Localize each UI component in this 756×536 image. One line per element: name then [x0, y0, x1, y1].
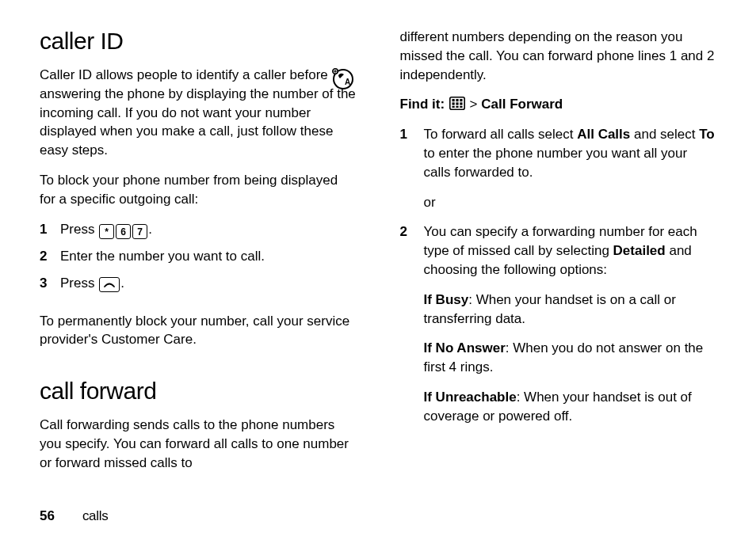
section-name: calls	[82, 508, 109, 524]
find-it-item: Call Forward	[481, 97, 563, 112]
call-forward-cont: different numbers depending on the reaso…	[400, 28, 717, 84]
svg-rect-14	[460, 106, 462, 108]
page-number: 56	[40, 508, 55, 524]
block-step-2: Enter the number you want to call.	[40, 247, 357, 266]
block-intro: To block your phone number from being di…	[40, 171, 357, 209]
svg-rect-12	[452, 106, 454, 108]
svg-rect-8	[460, 99, 462, 101]
block-step-1: Press *67.	[40, 220, 357, 240]
svg-rect-13	[456, 106, 458, 108]
key-6-icon: 6	[116, 224, 131, 239]
svg-rect-6	[452, 99, 454, 101]
right-column: different numbers depending on the reaso…	[400, 28, 717, 494]
svg-rect-9	[452, 103, 454, 105]
block-step-3: Press .	[40, 274, 357, 293]
if-busy-option: If Busy: When your handset is on a call …	[424, 291, 717, 329]
block-steps: Press *67. Enter the number you want to …	[40, 220, 357, 301]
forward-steps: To forward all calls select All Calls an…	[400, 125, 717, 436]
key-send-icon	[99, 277, 120, 292]
menu-grid-icon	[449, 97, 465, 110]
find-it-line: Find it: > Call Forward	[400, 95, 717, 114]
call-forward-intro: Call forwarding sends calls to the phone…	[40, 416, 357, 472]
forward-step-or: or	[424, 193, 717, 212]
key-star-icon: *	[99, 224, 114, 239]
svg-text:A: A	[345, 78, 350, 86]
svg-rect-7	[456, 99, 458, 101]
caller-id-heading: caller ID	[40, 28, 357, 55]
page-columns: caller ID A Caller ID allows people to i…	[40, 28, 716, 494]
caller-id-intro: Caller ID allows people to identify a ca…	[40, 66, 357, 160]
if-unreachable-option: If Unreachable: When your handset is out…	[424, 388, 717, 426]
caller-id-intro-wrap: A Caller ID allows people to identify a …	[40, 66, 357, 171]
forward-step-1: To forward all calls select All Calls an…	[400, 125, 717, 211]
left-column: caller ID A Caller ID allows people to i…	[40, 28, 357, 494]
svg-rect-11	[460, 103, 462, 105]
svg-rect-10	[456, 103, 458, 105]
permanent-block-note: To permanently block your number, call y…	[40, 312, 357, 350]
contact-a-icon: A	[331, 67, 355, 94]
call-forward-heading: call forward	[40, 378, 357, 405]
key-7-icon: 7	[132, 224, 147, 239]
if-no-answer-option: If No Answer: When you do not answer on …	[424, 339, 717, 377]
forward-step-2: You can specify a forwarding number for …	[400, 222, 717, 425]
find-it-label: Find it:	[400, 97, 445, 112]
page-footer: 56 calls	[40, 508, 716, 524]
